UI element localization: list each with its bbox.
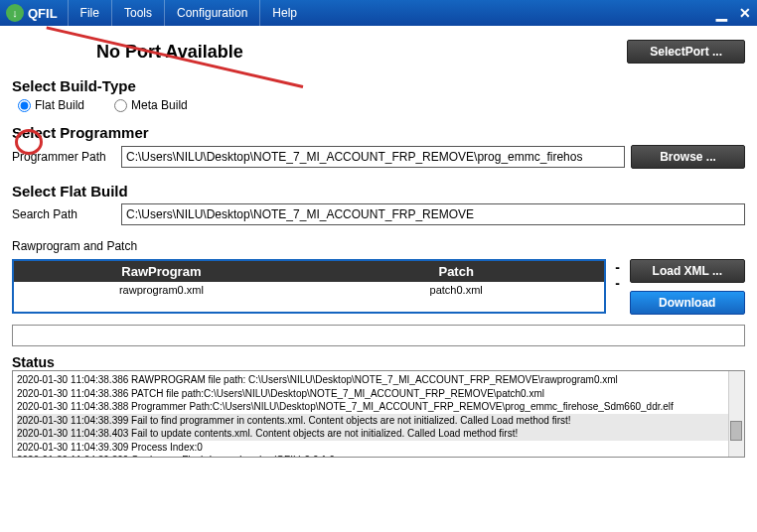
flat-build-label: Select Flat Build	[12, 183, 745, 200]
radio-meta-build[interactable]: Meta Build	[114, 98, 188, 112]
radio-flat-label: Flat Build	[35, 98, 84, 112]
app-icon: ↓	[6, 4, 24, 22]
progress-box	[12, 325, 745, 346]
status-line: 2020-01-30 11:04:38.386 PATCH file path:…	[17, 387, 740, 401]
programmer-label: Select Programmer	[12, 124, 745, 141]
status-box[interactable]: 2020-01-30 11:04:38.386 RAWPROGRAM file …	[12, 370, 745, 458]
browse-button[interactable]: Browse ...	[631, 145, 745, 169]
select-port-button[interactable]: SelectPort ...	[627, 40, 745, 64]
status-line: 2020-01-30 11:04:39.309 Qualcomm Flash I…	[17, 454, 740, 458]
minimize-button[interactable]: ▁	[709, 2, 733, 24]
scroll-thumb[interactable]	[730, 421, 742, 441]
status-line: 2020-01-30 11:04:39.309 Process Index:0	[17, 441, 740, 455]
build-type-label: Select Build-Type	[12, 77, 745, 94]
status-line: 2020-01-30 11:04:38.403 Fail to update c…	[17, 427, 740, 441]
radio-flat-input[interactable]	[18, 99, 31, 112]
menu-help[interactable]: Help	[259, 0, 309, 26]
radio-meta-input[interactable]	[114, 99, 127, 112]
table-row: rawprogram0.xml patch0.xml	[14, 282, 604, 298]
col-rawprogram: RawProgram	[14, 261, 309, 282]
programmer-path-input[interactable]	[121, 146, 625, 168]
load-xml-button[interactable]: Load XML ...	[630, 259, 745, 283]
radio-meta-label: Meta Build	[131, 98, 188, 112]
cell-patch: patch0.xml	[309, 282, 604, 298]
status-label: Status	[12, 354, 745, 370]
rawpatch-label: Rawprogram and Patch	[12, 239, 745, 253]
rawpatch-table: RawProgram Patch rawprogram0.xml patch0.…	[12, 259, 606, 314]
dash-separator: --	[614, 259, 622, 291]
titlebar: ↓ QFIL File Tools Configuration Help ▁ ✕	[0, 0, 757, 26]
close-button[interactable]: ✕	[733, 2, 757, 24]
radio-flat-build[interactable]: Flat Build	[18, 98, 84, 112]
menu-file[interactable]: File	[68, 0, 111, 26]
search-path-input[interactable]	[121, 203, 745, 225]
menu-configuration[interactable]: Configuration	[164, 0, 259, 26]
port-status: No Port Available	[96, 42, 243, 63]
menu-tools[interactable]: Tools	[111, 0, 164, 26]
cell-raw: rawprogram0.xml	[14, 282, 309, 298]
col-patch: Patch	[309, 261, 604, 282]
status-line: 2020-01-30 11:04:38.386 RAWPROGRAM file …	[17, 373, 740, 387]
app-name: QFIL	[28, 6, 58, 21]
search-path-label: Search Path	[12, 207, 115, 221]
download-button[interactable]: Download	[630, 291, 745, 315]
scrollbar[interactable]	[728, 371, 744, 457]
programmer-path-label: Programmer Path	[12, 150, 115, 164]
status-line: 2020-01-30 11:04:38.399 Fail to find pro…	[17, 414, 740, 428]
status-line: 2020-01-30 11:04:38.388 Programmer Path:…	[17, 400, 740, 414]
